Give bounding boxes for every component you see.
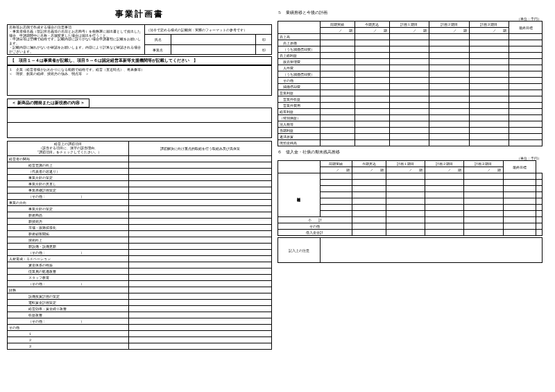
issue-action[interactable] (129, 305, 272, 312)
checkbox-cell[interactable] (8, 268, 22, 274)
fin-cell[interactable] (320, 140, 355, 146)
checkbox-cell[interactable] (8, 168, 22, 174)
fin-cell[interactable] (509, 115, 543, 121)
debt-cell[interactable] (386, 192, 425, 198)
fin-cell[interactable] (509, 40, 543, 46)
fin-cell[interactable] (320, 65, 355, 71)
fin-cell[interactable] (429, 115, 469, 121)
debt-cell[interactable] (503, 230, 536, 236)
biz-field[interactable] (171, 44, 256, 54)
fin-cell[interactable] (469, 59, 509, 65)
fin-cell[interactable] (355, 103, 389, 109)
issue-action[interactable] (129, 224, 272, 230)
checkbox-cell[interactable] (8, 224, 22, 230)
fin-cell[interactable] (429, 128, 469, 134)
debt-cell[interactable] (503, 205, 536, 211)
fin-cell[interactable] (469, 121, 509, 128)
debt-cell[interactable] (352, 217, 386, 223)
checkbox-cell[interactable] (8, 262, 22, 268)
checkbox-cell[interactable] (8, 318, 22, 324)
checkbox-cell[interactable] (8, 162, 22, 168)
period-cell[interactable]: ／ 期 (320, 167, 352, 173)
debt-cell[interactable] (536, 186, 542, 192)
fin-cell[interactable] (355, 90, 389, 96)
category-action[interactable] (129, 199, 272, 205)
period-cell[interactable]: ／ 期 (469, 28, 509, 34)
debt-cell[interactable] (503, 192, 536, 198)
category-action[interactable] (129, 324, 272, 330)
fin-cell[interactable] (469, 84, 509, 90)
debt-cell[interactable] (386, 186, 425, 192)
fin-cell[interactable] (469, 34, 509, 40)
fin-cell[interactable] (320, 134, 355, 140)
debt-cell[interactable] (536, 173, 542, 180)
debt-cell[interactable] (425, 211, 463, 217)
fin-cell[interactable] (509, 65, 543, 71)
fin-cell[interactable] (429, 103, 469, 109)
fin-cell[interactable] (429, 71, 469, 78)
debt-cell[interactable] (425, 173, 463, 180)
fin-cell[interactable] (469, 90, 509, 96)
fin-cell[interactable] (389, 40, 429, 46)
debt-cell[interactable] (386, 230, 425, 236)
debt-cell[interactable] (425, 230, 463, 236)
issue-action[interactable] (129, 268, 272, 274)
debt-cell[interactable] (352, 223, 386, 230)
fin-cell[interactable] (389, 59, 429, 65)
issue-action[interactable] (129, 180, 272, 187)
debt-cell[interactable] (352, 198, 386, 205)
fin-cell[interactable] (509, 90, 543, 96)
issue-action[interactable] (129, 237, 272, 243)
fin-cell[interactable] (469, 71, 509, 78)
debt-cell[interactable] (464, 223, 503, 230)
debt-cell[interactable] (464, 211, 503, 217)
checkbox-cell[interactable] (8, 312, 22, 318)
fin-cell[interactable] (429, 90, 469, 96)
lender-name[interactable] (320, 186, 352, 192)
fin-cell[interactable] (320, 40, 355, 46)
fin-cell[interactable] (429, 40, 469, 46)
debt-cell[interactable] (536, 192, 542, 198)
fin-cell[interactable] (509, 103, 543, 109)
sec2-box-b[interactable] (7, 123, 272, 138)
debt-cell[interactable] (503, 198, 536, 205)
debt-cell[interactable] (464, 198, 503, 205)
fin-cell[interactable] (469, 40, 509, 46)
debt-cell[interactable] (425, 205, 463, 211)
fin-cell[interactable] (389, 96, 429, 103)
fin-cell[interactable] (389, 121, 429, 128)
fin-cell[interactable] (469, 140, 509, 146)
category-action[interactable] (129, 155, 272, 162)
period-cell[interactable]: ／ 期 (355, 28, 389, 34)
debt-cell[interactable] (536, 180, 542, 186)
debt-cell[interactable] (464, 205, 503, 211)
period-cell[interactable]: ／ 期 (389, 28, 429, 34)
lender-name[interactable] (320, 173, 352, 180)
issue-action[interactable] (129, 312, 272, 318)
fin-cell[interactable] (509, 78, 543, 84)
debt-cell[interactable] (464, 173, 503, 180)
fin-cell[interactable] (469, 115, 509, 121)
debt-cell[interactable] (464, 186, 503, 192)
debt-cell[interactable] (536, 198, 542, 205)
issue-action[interactable] (129, 205, 272, 212)
category-action[interactable] (129, 255, 272, 262)
issue-action[interactable] (129, 174, 272, 180)
lender-name[interactable] (320, 192, 352, 198)
fin-cell[interactable] (355, 128, 389, 134)
issue-action[interactable] (129, 262, 272, 268)
issue-action[interactable] (129, 274, 272, 280)
fin-cell[interactable] (320, 103, 355, 109)
debt-cell[interactable] (464, 180, 503, 186)
debt-cell[interactable] (536, 230, 542, 236)
debt-cell[interactable] (425, 223, 463, 230)
fin-cell[interactable] (320, 96, 355, 103)
issue-action[interactable] (129, 212, 272, 218)
fin-cell[interactable] (355, 121, 389, 128)
notes-field[interactable] (320, 238, 542, 263)
checkbox-cell[interactable] (8, 237, 22, 243)
fin-cell[interactable] (389, 53, 429, 59)
fin-cell[interactable] (429, 34, 469, 40)
period-cell[interactable]: ／ 期 (464, 167, 503, 173)
fin-cell[interactable] (320, 90, 355, 96)
